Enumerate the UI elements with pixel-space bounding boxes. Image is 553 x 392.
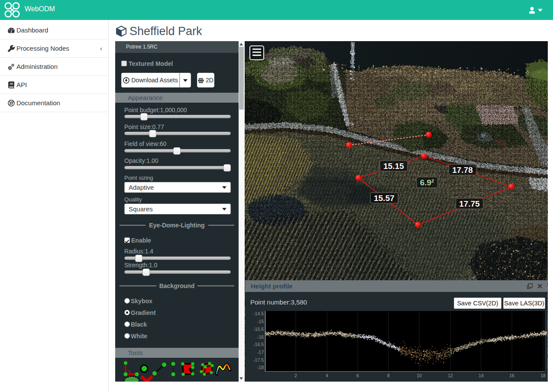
svg-text:-17: -17 [257,350,264,355]
svg-text:10: 10 [417,373,422,378]
svg-text:8: 8 [387,373,390,378]
svg-text:6: 6 [356,373,359,378]
svg-text:14: 14 [479,373,484,378]
svg-text:16: 16 [509,373,514,378]
svg-text:12: 12 [448,373,453,378]
svg-text:-15: -15 [257,319,264,324]
svg-text:-14.5: -14.5 [253,311,264,316]
svg-text:-15.5: -15.5 [253,327,264,332]
svg-text:-17.5: -17.5 [253,357,264,363]
svg-text:4: 4 [326,373,328,378]
svg-text:18: 18 [540,373,546,378]
svg-text:2: 2 [294,373,297,378]
svg-text:-18: -18 [257,365,264,370]
svg-text:-16.5: -16.5 [253,342,264,347]
svg-text:-16: -16 [257,334,264,340]
